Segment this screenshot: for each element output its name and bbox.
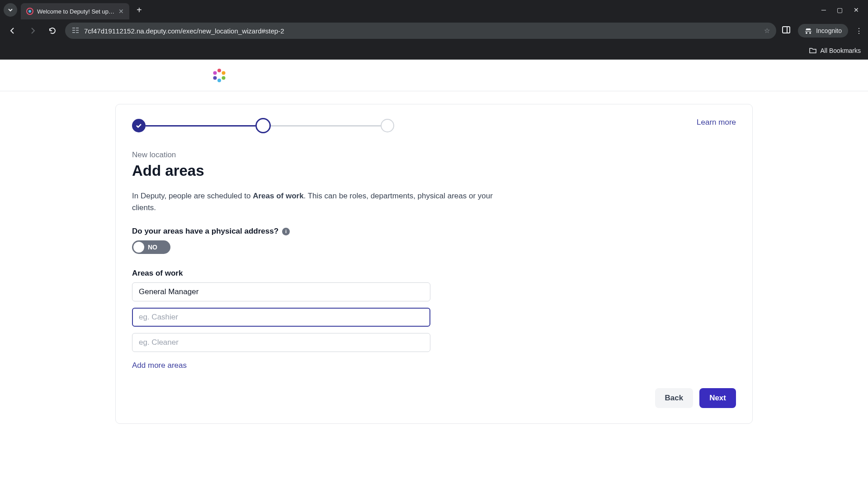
breadcrumb: New location xyxy=(132,150,736,160)
step-2-current xyxy=(255,118,271,133)
minimize-button[interactable]: ─ xyxy=(821,6,826,14)
area-input-1[interactable] xyxy=(132,282,430,301)
deputy-logo xyxy=(212,68,227,83)
chevron-down-icon xyxy=(8,7,13,13)
browser-menu-button[interactable]: ⋮ xyxy=(855,27,863,35)
side-panel-button[interactable] xyxy=(782,25,791,36)
deputy-favicon xyxy=(26,8,33,15)
forward-button[interactable] xyxy=(25,23,40,38)
svg-rect-3 xyxy=(76,28,79,28)
description-bold: Areas of work xyxy=(253,192,303,200)
svg-rect-4 xyxy=(72,30,75,31)
arrow-right-icon xyxy=(28,26,37,35)
svg-rect-6 xyxy=(72,32,75,33)
svg-rect-5 xyxy=(76,30,79,31)
site-settings-icon[interactable] xyxy=(71,26,80,36)
browser-tab[interactable]: Welcome to Deputy! Set up yo ✕ xyxy=(21,3,129,19)
back-button[interactable] xyxy=(5,23,20,38)
reload-button[interactable] xyxy=(45,23,60,38)
panel-icon xyxy=(782,25,791,34)
physical-address-question: Do your areas have a physical address? xyxy=(132,227,278,236)
step-line-1 xyxy=(146,125,255,127)
reload-icon xyxy=(48,26,57,35)
svg-point-10 xyxy=(217,69,221,72)
close-window-button[interactable]: ✕ xyxy=(854,6,859,14)
page-title: Add areas xyxy=(132,162,736,179)
area-input-2[interactable] xyxy=(132,308,430,327)
folder-icon xyxy=(809,47,817,55)
physical-address-toggle[interactable]: NO xyxy=(132,240,170,254)
progress-stepper xyxy=(132,118,394,133)
tab-close-button[interactable]: ✕ xyxy=(118,8,124,15)
address-bar[interactable]: 7cf47d19112152.na.deputy.com/exec/new_lo… xyxy=(65,23,776,39)
toggle-label: NO xyxy=(148,244,157,251)
bookmark-star-icon[interactable]: ☆ xyxy=(764,27,770,35)
incognito-icon xyxy=(804,27,812,35)
wizard-card: Learn more New location Add areas In Dep… xyxy=(115,104,753,424)
description-text: In Deputy, people are scheduled to Areas… xyxy=(132,190,516,213)
step-3-future xyxy=(381,119,394,132)
back-wizard-button[interactable]: Back xyxy=(655,388,693,408)
maximize-button[interactable]: ▢ xyxy=(837,6,843,14)
svg-point-13 xyxy=(217,79,221,82)
next-wizard-button[interactable]: Next xyxy=(699,388,736,408)
svg-point-14 xyxy=(213,76,217,80)
svg-rect-7 xyxy=(76,32,79,33)
all-bookmarks-label: All Bookmarks xyxy=(821,47,861,54)
tab-title: Welcome to Deputy! Set up yo xyxy=(37,8,115,15)
toggle-knob xyxy=(133,242,144,253)
all-bookmarks-button[interactable]: All Bookmarks xyxy=(809,47,861,55)
arrow-left-icon xyxy=(8,26,17,35)
tab-search-button[interactable] xyxy=(4,3,17,17)
area-input-3[interactable] xyxy=(132,333,430,352)
svg-point-12 xyxy=(222,76,226,80)
incognito-label: Incognito xyxy=(816,27,842,34)
new-tab-button[interactable]: + xyxy=(133,3,146,17)
description-pre: In Deputy, people are scheduled to xyxy=(132,192,253,200)
svg-point-15 xyxy=(213,71,217,75)
info-icon[interactable]: i xyxy=(282,228,290,235)
svg-rect-2 xyxy=(72,28,75,28)
step-line-2 xyxy=(271,125,381,127)
incognito-indicator[interactable]: Incognito xyxy=(798,24,848,38)
add-more-areas-link[interactable]: Add more areas xyxy=(132,361,187,370)
learn-more-link[interactable]: Learn more xyxy=(697,118,736,127)
areas-of-work-label: Areas of work xyxy=(132,269,736,278)
svg-rect-8 xyxy=(783,27,790,33)
check-icon xyxy=(135,122,142,129)
svg-point-1 xyxy=(28,10,31,13)
url-text: 7cf47d19112152.na.deputy.com/exec/new_lo… xyxy=(84,27,760,35)
step-1-done xyxy=(132,119,146,132)
svg-point-11 xyxy=(222,71,226,75)
